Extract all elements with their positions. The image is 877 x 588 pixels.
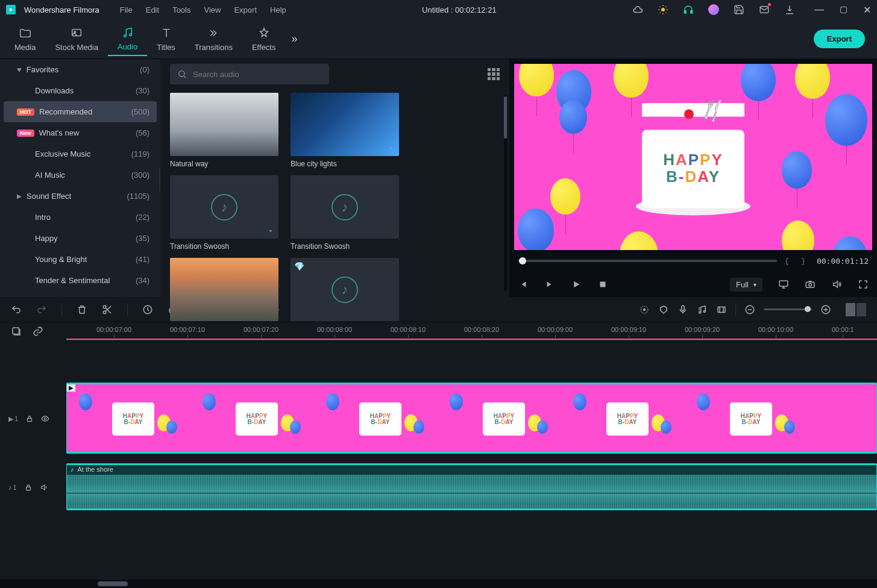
redo-icon[interactable] (36, 304, 47, 315)
sidebar-item-ai-music[interactable]: AI Music(300) (0, 164, 160, 186)
lock-icon[interactable] (25, 414, 34, 423)
download-icon[interactable] (784, 4, 795, 15)
lock-icon[interactable] (24, 483, 33, 492)
audio-card[interactable]: ♪💎 (291, 258, 399, 321)
maximize-icon[interactable]: ▢ (840, 4, 847, 16)
audio-card[interactable]: ♪Transition Swoosh (170, 175, 278, 251)
sidebar-item-tender[interactable]: Tender & Sentimental(34) (0, 270, 160, 291)
undo-icon[interactable] (11, 304, 22, 315)
music-note-icon: ♪ (211, 194, 237, 220)
cloud-icon[interactable] (632, 4, 643, 15)
audio-clip[interactable]: ♪At the shore (66, 463, 877, 510)
stop-icon[interactable] (597, 279, 608, 290)
voiceover-icon[interactable] (677, 304, 688, 315)
video-clip[interactable]: ▶ HAPPYB-DAYHAPPYB-DAYHAPPYB-DAYHAPPYB-D… (66, 383, 877, 454)
sidebar-item-intro[interactable]: Intro(22) (0, 207, 160, 228)
audio-thumb[interactable]: ♪ (291, 175, 399, 239)
speaker-icon[interactable] (40, 483, 48, 492)
audio-thumb[interactable] (291, 93, 399, 156)
aspect-icon[interactable] (716, 304, 727, 315)
speed-icon[interactable] (142, 304, 153, 315)
audio-card[interactable]: Natural way (170, 93, 278, 168)
volume-icon[interactable] (831, 279, 842, 290)
quality-select[interactable]: Full▾ (730, 278, 762, 292)
export-button[interactable]: Export (814, 30, 865, 48)
gallery-scrollbar[interactable] (504, 95, 507, 291)
tracks-area: ▶1 ▶ HAPPYB-DAYHAPPYB-DAYHAPPYB-DAYHAPPY… (0, 340, 877, 588)
zoom-slider[interactable] (764, 308, 812, 310)
menu-tools[interactable]: Tools (172, 5, 190, 14)
lightbulb-icon[interactable] (658, 4, 668, 15)
audio-card[interactable]: ♪Transition Swoosh (291, 175, 399, 251)
tab-media[interactable]: Media (5, 23, 45, 55)
timeline-view-toggle[interactable] (846, 303, 866, 316)
search-icon (177, 69, 187, 79)
hscroll-thumb[interactable] (98, 581, 128, 586)
monitor-icon[interactable] (778, 279, 789, 290)
menu-export[interactable]: Export (234, 5, 257, 14)
scrub-thumb[interactable] (519, 257, 526, 264)
audio-thumb[interactable] (170, 258, 278, 321)
preview-cake-graphic: HAPPY B-DAY 🍴 (633, 111, 753, 220)
avatar-icon[interactable] (708, 4, 719, 15)
sidebar-item-favorites[interactable]: ♥Favorites(0) (0, 59, 160, 80)
eye-icon[interactable] (41, 414, 49, 423)
snapshot-icon[interactable] (805, 279, 816, 290)
split-icon[interactable] (102, 304, 113, 315)
svg-point-0 (661, 8, 665, 11)
tab-transitions[interactable]: Transitions (185, 23, 242, 55)
zoom-out-icon[interactable] (744, 304, 755, 315)
zoom-in-icon[interactable] (820, 304, 831, 315)
tab-audio[interactable]: Audio (108, 22, 147, 56)
sidebar-item-recommended[interactable]: HOTRecommended(500) (4, 101, 157, 122)
minimize-icon[interactable]: — (814, 4, 824, 16)
close-icon[interactable]: ✕ (863, 4, 871, 16)
next-frame-icon[interactable] (544, 279, 555, 290)
audio-clip-label: At the shore (78, 466, 113, 473)
fullscreen-icon[interactable] (858, 279, 869, 290)
audio-thumb[interactable] (170, 93, 278, 156)
marker-brackets[interactable]: { } (784, 257, 809, 266)
timeline-ruler[interactable]: 00:00:07:0000:00:07:1000:00:07:2000:00:0… (66, 322, 877, 340)
search-box[interactable] (170, 64, 329, 84)
menu-edit[interactable]: Edit (146, 5, 159, 14)
audio-card[interactable]: Blue city lights (291, 93, 399, 168)
sidebar-item-whats-new[interactable]: NewWhat's new(56) (0, 122, 160, 143)
audio-card-label: Natural way (170, 160, 278, 168)
delete-icon[interactable] (77, 304, 87, 315)
tab-stock-media[interactable]: Stock Media (45, 23, 108, 55)
download-arrow-icon[interactable] (266, 226, 275, 236)
tab-audio-label: Audio (118, 42, 137, 51)
mixer-icon[interactable] (697, 304, 708, 315)
svg-rect-1 (684, 11, 686, 14)
mail-icon[interactable] (759, 4, 770, 15)
audio-thumb[interactable]: ♪💎 (291, 258, 399, 321)
sidebar-item-exclusive-music[interactable]: Exclusive Music(119) (0, 143, 160, 164)
timeline-hscroll[interactable] (0, 580, 877, 588)
download-arrow-icon[interactable] (386, 143, 396, 153)
menu-view[interactable]: View (204, 5, 221, 14)
marker-icon[interactable] (658, 304, 669, 315)
tab-effects[interactable]: Effects (242, 23, 286, 55)
sidebar-item-young-bright[interactable]: Young & Bright(41) (0, 249, 160, 270)
menu-file[interactable]: File (120, 5, 133, 14)
headphones-icon[interactable] (683, 4, 694, 15)
render-icon[interactable] (639, 304, 650, 315)
track-add-icon[interactable] (11, 326, 22, 337)
tabs-more-icon[interactable]: » (291, 33, 297, 45)
audio-thumb[interactable]: ♪ (170, 175, 278, 239)
sidebar-item-happy[interactable]: Happy(35) (0, 228, 160, 249)
menu-help[interactable]: Help (270, 5, 286, 14)
sidebar-item-downloads[interactable]: Downloads(30) (0, 80, 160, 101)
save-icon[interactable] (734, 4, 744, 15)
play-icon[interactable] (571, 279, 582, 290)
tab-titles[interactable]: Titles (147, 23, 185, 55)
video-track-row: ▶1 ▶ HAPPYB-DAYHAPPYB-DAYHAPPYB-DAYHAPPY… (0, 383, 877, 455)
link-icon[interactable] (33, 326, 43, 337)
search-input[interactable] (193, 70, 322, 79)
audio-card[interactable] (170, 258, 278, 321)
scrub-track[interactable] (518, 260, 777, 262)
sidebar-item-sound-effect[interactable]: ▶Sound Effect(1105) (0, 186, 160, 207)
grid-view-icon[interactable] (488, 68, 500, 80)
prev-frame-icon[interactable] (518, 279, 529, 290)
